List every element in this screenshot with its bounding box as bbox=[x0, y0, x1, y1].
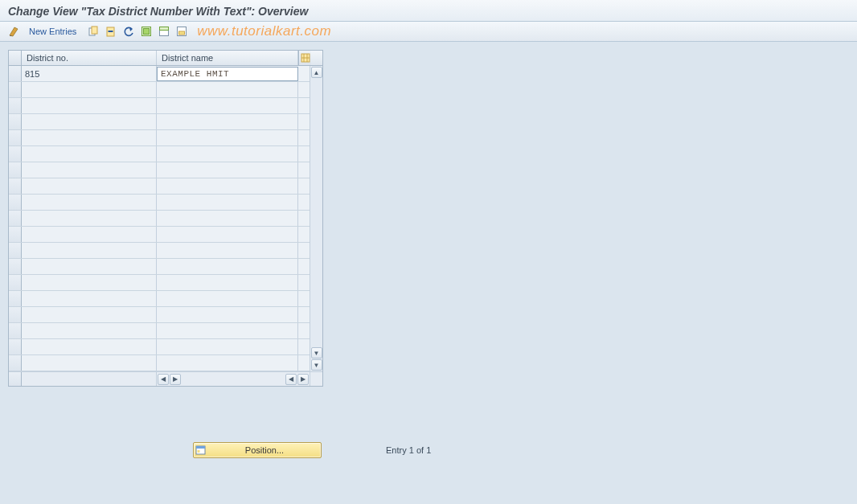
row-selector[interactable] bbox=[9, 114, 22, 129]
row-selector[interactable] bbox=[9, 227, 22, 242]
table-row bbox=[9, 275, 310, 291]
entry-counter: Entry 1 of 1 bbox=[386, 445, 431, 455]
table-row bbox=[9, 259, 310, 275]
scroll-left-icon[interactable]: ◀ bbox=[158, 374, 169, 385]
table-row: 815EXAMPLE HMIT bbox=[9, 66, 310, 82]
cell-district-no bbox=[22, 291, 157, 306]
app-toolbar: New Entries www.tutorialkart.com bbox=[0, 22, 857, 42]
cell-district-no bbox=[22, 339, 157, 354]
svg-rect-3 bbox=[109, 31, 113, 32]
select-all-icon[interactable] bbox=[139, 24, 154, 39]
row-selector[interactable] bbox=[9, 195, 22, 210]
cell-district-no bbox=[22, 114, 157, 129]
copy-as-icon[interactable] bbox=[86, 24, 100, 39]
cell-district-name bbox=[157, 146, 298, 162]
row-selector-header[interactable] bbox=[9, 51, 22, 65]
cell-district-name bbox=[157, 275, 298, 290]
cell-district-name bbox=[157, 259, 298, 274]
data-grid: District no. District name 815EXAMPLE HM… bbox=[8, 50, 323, 387]
change-mode-icon[interactable] bbox=[6, 24, 21, 39]
row-selector[interactable] bbox=[9, 355, 22, 371]
cell-district-no bbox=[22, 82, 157, 97]
row-selector[interactable] bbox=[9, 98, 22, 113]
cell-district-name bbox=[157, 195, 298, 210]
cell-district-no bbox=[22, 130, 157, 145]
table-row bbox=[9, 130, 310, 146]
table-row bbox=[9, 114, 310, 130]
position-button[interactable]: Position... bbox=[193, 442, 322, 458]
cell-district-no bbox=[22, 178, 157, 194]
row-selector[interactable] bbox=[9, 211, 22, 226]
column-header-district-name[interactable]: District name bbox=[157, 51, 298, 65]
cell-district-name bbox=[157, 339, 298, 354]
table-row bbox=[9, 339, 310, 355]
row-selector[interactable] bbox=[9, 307, 22, 322]
table-row bbox=[9, 178, 310, 195]
deselect-all-icon[interactable] bbox=[174, 24, 189, 39]
scroll-up-icon[interactable]: ▲ bbox=[311, 67, 322, 78]
cell-district-name bbox=[157, 82, 298, 97]
row-selector[interactable] bbox=[9, 243, 22, 258]
cell-district-no bbox=[22, 211, 157, 226]
scroll-down-icon[interactable]: ▼ bbox=[311, 359, 322, 371]
scroll-left-end-icon[interactable]: ◀ bbox=[285, 374, 297, 385]
position-button-label: Position... bbox=[208, 445, 321, 455]
cell-district-no[interactable]: 815 bbox=[22, 66, 157, 81]
cell-district-no bbox=[22, 146, 157, 162]
delete-icon[interactable] bbox=[104, 24, 118, 39]
row-selector[interactable] bbox=[9, 130, 22, 145]
cell-district-name bbox=[157, 98, 298, 113]
watermark-text: www.tutorialkart.com bbox=[197, 23, 331, 39]
new-entries-button[interactable]: New Entries bbox=[26, 25, 80, 38]
cell-district-name bbox=[157, 130, 298, 145]
cell-district-no bbox=[22, 243, 157, 258]
row-selector[interactable] bbox=[9, 178, 22, 194]
svg-rect-1 bbox=[92, 27, 97, 34]
row-selector[interactable] bbox=[9, 259, 22, 274]
scroll-right-end-icon[interactable]: ▶ bbox=[297, 374, 309, 385]
scroll-right-icon[interactable]: ▶ bbox=[170, 374, 181, 385]
table-row bbox=[9, 291, 310, 307]
cell-district-name bbox=[157, 307, 298, 322]
row-selector[interactable] bbox=[9, 146, 22, 162]
cell-district-name bbox=[157, 323, 298, 338]
row-selector[interactable] bbox=[9, 291, 22, 306]
svg-rect-7 bbox=[160, 27, 169, 31]
cell-district-no bbox=[22, 259, 157, 274]
vertical-scrollbar[interactable]: ▲ ▼ ▼ bbox=[310, 66, 322, 371]
cell-district-no bbox=[22, 162, 157, 178]
row-selector[interactable] bbox=[9, 339, 22, 354]
table-row bbox=[9, 323, 310, 339]
cell-district-name bbox=[157, 355, 298, 371]
cell-district-name bbox=[157, 243, 298, 258]
svg-rect-9 bbox=[179, 31, 185, 35]
row-selector[interactable] bbox=[9, 82, 22, 97]
cell-district-name bbox=[157, 178, 298, 194]
undo-change-icon[interactable] bbox=[121, 24, 136, 39]
column-header-district-no[interactable]: District no. bbox=[22, 51, 157, 65]
row-selector[interactable] bbox=[9, 323, 22, 338]
select-block-icon[interactable] bbox=[157, 24, 171, 39]
scroll-down-icon[interactable]: ▼ bbox=[311, 347, 322, 359]
row-selector[interactable] bbox=[9, 275, 22, 290]
cell-district-name bbox=[157, 227, 298, 242]
grid-header: District no. District name bbox=[9, 51, 322, 66]
row-selector[interactable] bbox=[9, 162, 22, 178]
cell-district-no bbox=[22, 227, 157, 242]
cell-district-name[interactable]: EXAMPLE HMIT bbox=[157, 67, 298, 81]
cell-district-no bbox=[22, 195, 157, 210]
cell-district-name bbox=[157, 211, 298, 226]
page-title: Change View "Tax District Number With Te… bbox=[0, 0, 857, 22]
cell-district-name bbox=[157, 162, 298, 178]
cell-district-no bbox=[22, 275, 157, 290]
footer-bar: Position... Entry 1 of 1 bbox=[0, 442, 857, 458]
horizontal-scrollbar[interactable]: ◀ ▶ ◀ ▶ bbox=[9, 371, 322, 386]
position-icon bbox=[194, 445, 208, 455]
table-settings-icon[interactable] bbox=[298, 51, 311, 65]
table-row bbox=[9, 243, 310, 259]
table-row bbox=[9, 355, 310, 371]
row-selector[interactable] bbox=[9, 66, 22, 81]
cell-district-no bbox=[22, 323, 157, 338]
cell-district-name bbox=[157, 291, 298, 306]
svg-rect-16 bbox=[198, 450, 200, 453]
